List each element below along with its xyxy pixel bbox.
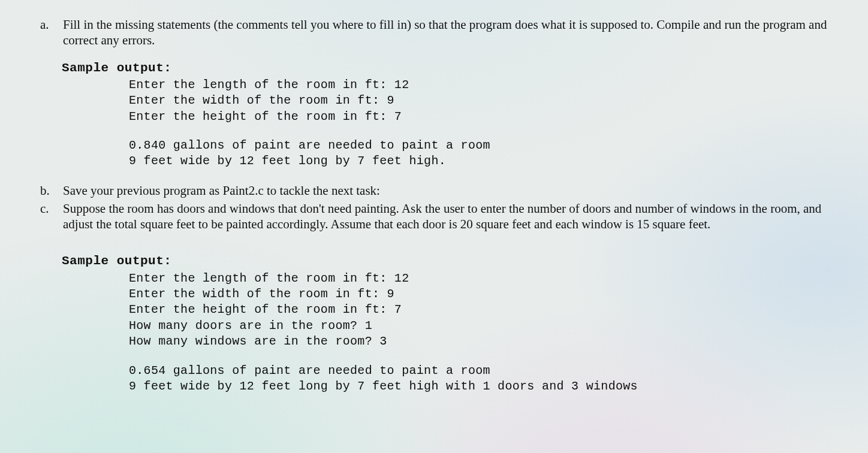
sample-output-label: Sample output: <box>62 253 844 269</box>
item-text: Fill in the missing statements (the comm… <box>63 17 844 49</box>
list-item-c: c. Suppose the room has doors and window… <box>39 201 844 232</box>
list-item-b: b. Save your previous program as Paint2.… <box>39 183 844 198</box>
list-item-a: a. Fill in the missing statements (the c… <box>39 17 844 49</box>
item-marker: c. <box>39 201 63 216</box>
sample-output-block: Enter the length of the room in ft: 12 E… <box>129 271 844 350</box>
item-text: Suppose the room has doors and windows t… <box>63 201 844 232</box>
page: a. Fill in the missing statements (the c… <box>0 0 868 394</box>
sample-output-block: 0.654 gallons of paint are needed to pai… <box>129 363 844 395</box>
item-marker: b. <box>39 183 63 198</box>
item-text: Save your previous program as Paint2.c t… <box>63 183 844 198</box>
sample-output-block: 0.840 gallons of paint are needed to pai… <box>129 138 844 170</box>
sample-output-block: Enter the length of the room in ft: 12 E… <box>129 77 844 125</box>
item-marker: a. <box>39 17 63 32</box>
sample-output-label: Sample output: <box>62 61 844 76</box>
